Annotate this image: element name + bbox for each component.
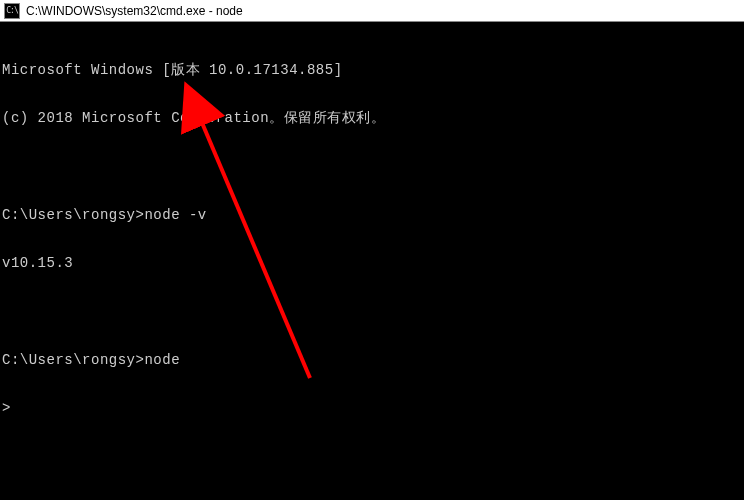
- terminal-line: [2, 159, 742, 175]
- window-title: C:\WINDOWS\system32\cmd.exe - node: [26, 4, 243, 18]
- terminal-line: Microsoft Windows [版本 10.0.17134.885]: [2, 62, 742, 78]
- terminal-line: >: [2, 400, 742, 416]
- window-titlebar[interactable]: C:\ C:\WINDOWS\system32\cmd.exe - node: [0, 0, 744, 22]
- terminal-line: C:\Users\rongsy>node -v: [2, 207, 742, 223]
- terminal-line: [2, 304, 742, 320]
- terminal-line: (c) 2018 Microsoft Corporation。保留所有权利。: [2, 110, 742, 126]
- terminal-output[interactable]: Microsoft Windows [版本 10.0.17134.885] (c…: [0, 22, 744, 434]
- terminal-line: C:\Users\rongsy>node: [2, 352, 742, 368]
- cmd-icon: C:\: [4, 3, 20, 19]
- terminal-line: v10.15.3: [2, 255, 742, 271]
